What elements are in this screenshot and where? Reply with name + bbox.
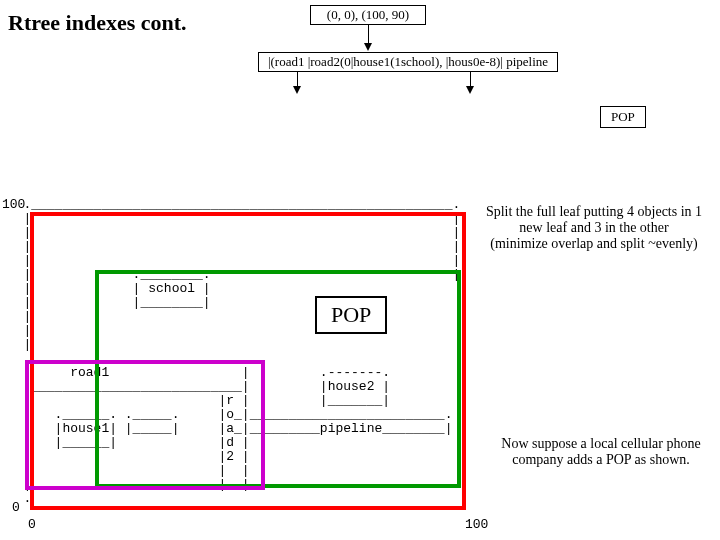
note-split-l3: (minimize overlap and split ~evenly) — [490, 236, 697, 251]
note-pop-l1: Now suppose a local cellular phone — [501, 436, 700, 451]
pop-box-top: POP — [600, 106, 646, 128]
note-pop-l2: company adds a POP as shown. — [512, 452, 690, 467]
root-node-box: (0, 0), (100, 90) — [310, 5, 426, 25]
x-axis-100: 100 — [465, 517, 488, 532]
note-split-l2: new leaf and 3 in the other — [519, 220, 668, 235]
page-title: Rtree indexes cont. — [8, 10, 187, 36]
note-split: Split the full leaf putting 4 objects in… — [470, 204, 718, 252]
x-axis-0: 0 — [28, 517, 36, 532]
leaf-node-box: |(road1 |road2(0|house1(1school), |hous0… — [258, 52, 558, 72]
note-pop: Now suppose a local cellular phone compa… — [486, 436, 716, 468]
arrow-root-to-leaf-head — [364, 43, 372, 51]
arrow-leaf-right-head — [466, 86, 474, 94]
rect-magenta — [25, 360, 265, 490]
note-split-l1: Split the full leaf putting 4 objects in… — [486, 204, 702, 219]
arrow-leaf-left-head — [293, 86, 301, 94]
arrow-root-to-leaf-line — [368, 25, 369, 45]
